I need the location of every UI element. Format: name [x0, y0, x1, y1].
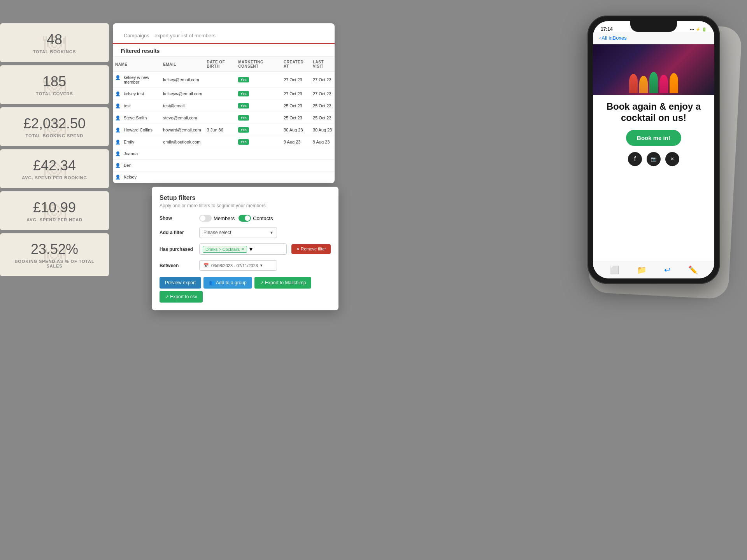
- signal-icon: ▪▪▪: [690, 27, 694, 32]
- table-row[interactable]: 👤 test test@email Yes 25 Oct 23 25 Oct 2…: [113, 100, 335, 112]
- col-marketing: MARKETING CONSENT: [236, 57, 281, 72]
- cell-marketing-7: [236, 160, 281, 172]
- cell-name-1: 👤 kelsey test: [113, 88, 161, 100]
- filters-title: Setup filters: [160, 194, 331, 201]
- cell-marketing-2: Yes: [236, 100, 281, 112]
- cell-email-1: kelseyw@email.com: [161, 88, 204, 100]
- stat-value-2: £2,032.50: [23, 116, 86, 132]
- cocktail-glass-1: [629, 74, 638, 93]
- book-cta-button[interactable]: Book me in!: [626, 130, 681, 146]
- member-name-2: test: [124, 103, 131, 108]
- member-name-1: kelsey test: [124, 91, 144, 96]
- cell-marketing-0: Yes: [236, 72, 281, 88]
- member-name-7: Ben: [124, 163, 132, 168]
- between-label: Between: [160, 263, 195, 268]
- cell-name-4: 👤 Howard Collins: [113, 124, 161, 136]
- cell-created-1: 27 Oct 23: [281, 88, 310, 100]
- stat-label-2: TOTAL BOOKING SPEND: [26, 133, 84, 138]
- cell-email-2: test@email: [161, 100, 204, 112]
- email-body: Book again & enjoy a cocktail on us! Boo…: [593, 95, 714, 177]
- person-icon-2: 👤: [115, 103, 121, 108]
- cell-marketing-1: Yes: [236, 88, 281, 100]
- add-filter-dropdown[interactable]: Please select ▾: [199, 227, 277, 238]
- cell-email-7: [161, 160, 204, 172]
- campaigns-title-text: Campaigns: [124, 33, 149, 38]
- cell-email-0: kelsey@email.com: [161, 72, 204, 88]
- export-csv-button[interactable]: ↗ Export to csv: [160, 291, 203, 303]
- phone-nav-tray-icon[interactable]: ⬜: [610, 265, 619, 275]
- date-range-input[interactable]: 📅 03/08/2023 - 07/11/2023 ▾: [199, 260, 277, 271]
- contacts-toggle-switch[interactable]: [238, 215, 251, 222]
- cell-last-visit-1: 27 Oct 23: [310, 88, 335, 100]
- members-toggle-switch[interactable]: [199, 215, 212, 222]
- has-purchased-label: Has purchased: [160, 247, 195, 252]
- cell-dob-6: [205, 148, 236, 160]
- remove-filter-button[interactable]: ✕ Remove filter: [291, 244, 331, 254]
- add-filter-label: Add a filter: [160, 230, 195, 235]
- table-header-row: NAME EMAIL DATE OF BIRTH MARKETING CONSE…: [113, 57, 335, 72]
- cell-dob-0: [205, 72, 236, 88]
- table-row[interactable]: 👤 Steve Smith steve@email.com Yes 25 Oct…: [113, 112, 335, 124]
- cell-dob-4: 3 Jun 86: [205, 124, 236, 136]
- table-row[interactable]: 👤 kelsey test kelseyw@email.com Yes 27 O…: [113, 88, 335, 100]
- contacts-toggle-knob: [245, 215, 250, 221]
- back-button[interactable]: ‹ All inBoxes: [599, 35, 627, 41]
- cocktails-tag[interactable]: Drinks > Cocktails ✕: [203, 246, 247, 253]
- has-purchased-input[interactable]: Drinks > Cocktails ✕ ▾: [199, 243, 287, 255]
- instagram-icon[interactable]: 📷: [647, 152, 661, 166]
- phone-nav-back-icon[interactable]: ↩: [664, 265, 671, 275]
- phone-nav-folder-icon[interactable]: 📁: [637, 265, 647, 275]
- social-icons-row: f 📷 ✕: [599, 152, 708, 166]
- stat-value-1: 185: [43, 74, 66, 90]
- filters-subtitle: Apply one or more filters to segment you…: [160, 203, 331, 208]
- cell-last-visit-2: 25 Oct 23: [310, 100, 335, 112]
- phone-nav-compose-icon[interactable]: ✏️: [688, 265, 698, 275]
- table-row[interactable]: 👤 Kelsey: [113, 172, 335, 183]
- table-row[interactable]: 👤 kelsey w new member kelsey@email.com Y…: [113, 72, 335, 88]
- cell-created-2: 25 Oct 23: [281, 100, 310, 112]
- cocktail-glass-4: [659, 75, 668, 93]
- table-row[interactable]: 👤 Emily emily@outlook.com Yes 9 Aug 23 9…: [113, 136, 335, 148]
- cocktail-glass-2: [639, 76, 648, 93]
- phone-screen: 17:14 ▪▪▪ ⚡ 🔋 ‹ All inBoxes ⌄: [593, 21, 714, 278]
- yes-badge-2: Yes: [238, 103, 249, 108]
- facebook-icon[interactable]: f: [628, 152, 642, 166]
- stat-value-3: £42.34: [33, 158, 76, 174]
- table-row[interactable]: 👤 Ben: [113, 160, 335, 172]
- stat-label-5: BOOKING SPEND AS % OF TOTAL SALES: [6, 259, 103, 268]
- back-chevron-icon: ‹: [599, 35, 601, 41]
- table-row[interactable]: 👤 Howard Collins howard@email.com 3 Jun …: [113, 124, 335, 136]
- cell-name-6: 👤 Joanna: [113, 148, 161, 160]
- export-mailchimp-button[interactable]: ↗ Export to Mailchimp: [254, 277, 312, 289]
- stat-card-2: 🍽 £2,032.50 TOTAL BOOKING SPEND: [0, 107, 109, 146]
- stat-card-1: 🍽 185 TOTAL COVERS: [0, 65, 109, 104]
- cocktails-tag-close-icon[interactable]: ✕: [241, 247, 244, 251]
- twitter-x-icon[interactable]: ✕: [665, 152, 679, 166]
- person-icon-6: 👤: [115, 151, 121, 156]
- members-toggle-item[interactable]: Members: [199, 215, 235, 222]
- cell-marketing-8: [236, 172, 281, 183]
- phone-bottom-nav: ⬜ 📁 ↩ ✏️: [593, 261, 714, 278]
- col-email: EMAIL: [161, 57, 204, 72]
- stats-panel: 🍽 48 TOTAL BOOKINGS 🍽 185 TOTAL COVERS 🍽…: [0, 23, 109, 276]
- cocktail-glass-3: [649, 72, 658, 93]
- add-filter-row: Add a filter Please select ▾: [160, 227, 331, 238]
- email-headline: Book again & enjoy a cocktail on us!: [599, 101, 708, 124]
- campaigns-title: Campaigns export your list of members: [121, 30, 216, 39]
- phone-mockup: 17:14 ▪▪▪ ⚡ 🔋 ‹ All inBoxes ⌄: [587, 16, 724, 288]
- cell-name-7: 👤 Ben: [113, 160, 161, 172]
- contacts-toggle-item[interactable]: Contacts: [238, 215, 273, 222]
- phone-notch: [630, 21, 677, 32]
- yes-badge-0: Yes: [238, 77, 249, 82]
- table-row[interactable]: 👤 Joanna: [113, 148, 335, 160]
- cell-email-6: [161, 148, 204, 160]
- cell-name-0: 👤 kelsey w new member: [113, 72, 161, 88]
- add-to-group-button[interactable]: 👥 Add to a group: [203, 277, 252, 289]
- person-icon-0: 👤: [115, 75, 121, 80]
- stat-label-4: AVG. SPEND PER HEAD: [26, 217, 82, 222]
- cell-created-8: [281, 172, 310, 183]
- preview-export-button[interactable]: Preview export: [160, 277, 201, 289]
- cocktail-glass-5: [670, 73, 678, 93]
- cell-created-6: [281, 148, 310, 160]
- cell-email-4: howard@email.com: [161, 124, 204, 136]
